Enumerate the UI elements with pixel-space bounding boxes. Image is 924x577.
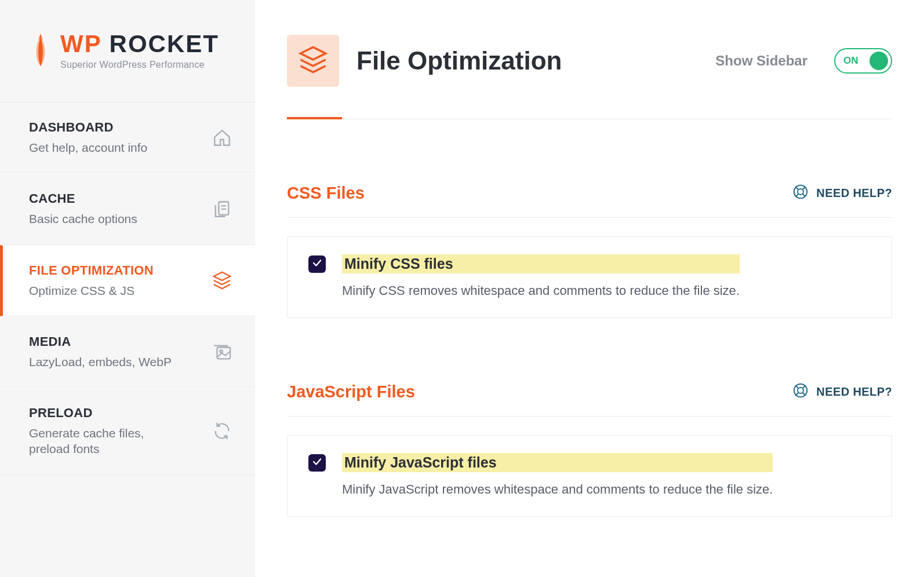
svg-line-18	[803, 393, 806, 396]
section-header: JavaScript Files NEED HELP?	[287, 382, 892, 417]
svg-line-16	[803, 385, 806, 388]
option-title: Minify CSS files	[342, 254, 740, 273]
sidebar-item-subtitle: Get help, account info	[29, 140, 147, 155]
sidebar-item-title: FILE OPTIMIZATION	[29, 263, 154, 278]
svg-marker-6	[300, 47, 325, 60]
active-tab-underline	[287, 117, 342, 119]
main-content: File Optimization Show Sidebar ON CSS Fi…	[255, 0, 924, 577]
refresh-icon	[212, 421, 232, 441]
sidebar-item-subtitle: Basic cache options	[29, 211, 137, 227]
layers-icon	[298, 45, 328, 77]
sidebar: WP ROCKET Superior WordPress Performance…	[0, 0, 255, 577]
svg-rect-0	[219, 202, 228, 215]
sidebar-item-cache[interactable]: CACHE Basic cache options	[0, 173, 255, 244]
lifebuoy-icon	[792, 183, 809, 203]
home-icon	[212, 128, 232, 148]
svg-point-8	[798, 189, 803, 195]
svg-line-15	[796, 385, 799, 388]
section-title: CSS Files	[287, 184, 365, 203]
sidebar-item-dashboard[interactable]: DASHBOARD Get help, account info	[0, 102, 255, 173]
svg-line-17	[796, 393, 799, 396]
sidebar-item-title: DASHBOARD	[29, 120, 147, 135]
need-help-label: NEED HELP?	[816, 385, 892, 399]
sidebar-item-file-optimization[interactable]: FILE OPTIMIZATION Optimize CSS & JS	[0, 245, 255, 316]
sidebar-nav: DASHBOARD Get help, account info CACHE B…	[0, 102, 255, 475]
section-js-files: JavaScript Files NEED HELP?	[287, 382, 892, 517]
option-minify-css: Minify CSS files Minify CSS removes whit…	[287, 236, 892, 318]
brand-name: WP ROCKET	[60, 32, 219, 56]
svg-line-10	[803, 187, 806, 189]
tab-indicator-line	[287, 119, 892, 119]
page-icon-box	[287, 35, 339, 87]
rocket-logo-icon	[29, 32, 52, 70]
option-minify-js: Minify JavaScript files Minify JavaScrip…	[287, 435, 892, 517]
layers-icon	[212, 271, 232, 290]
checkbox-minify-css[interactable]	[308, 255, 326, 273]
show-sidebar-label: Show Sidebar	[715, 53, 807, 69]
show-sidebar-toggle[interactable]: ON	[834, 48, 892, 74]
section-title: JavaScript Files	[287, 382, 415, 401]
sidebar-item-title: CACHE	[29, 191, 137, 206]
page-title: File Optimization	[356, 46, 698, 75]
page-header: File Optimization Show Sidebar ON	[287, 35, 892, 119]
toggle-on-label: ON	[843, 55, 858, 67]
need-help-link[interactable]: NEED HELP?	[792, 183, 892, 203]
brand-name-wp: WP	[60, 30, 101, 57]
brand-name-rocket: ROCKET	[101, 30, 219, 57]
need-help-label: NEED HELP?	[816, 187, 892, 200]
need-help-link[interactable]: NEED HELP?	[792, 382, 892, 402]
images-icon	[212, 342, 232, 362]
brand-tagline: Superior WordPress Performance	[60, 60, 219, 70]
sidebar-item-title: MEDIA	[29, 334, 172, 349]
svg-line-12	[803, 194, 806, 197]
svg-point-14	[798, 388, 803, 393]
section-header: CSS Files NEED HELP?	[287, 183, 892, 218]
svg-line-11	[796, 194, 799, 197]
toggle-knob	[870, 52, 888, 70]
svg-marker-3	[214, 272, 230, 280]
section-css-files: CSS Files NEED HELP?	[287, 183, 892, 318]
checkbox-minify-js[interactable]	[308, 454, 326, 472]
copy-icon	[212, 199, 232, 219]
sidebar-item-media[interactable]: MEDIA LazyLoad, embeds, WebP	[0, 316, 255, 388]
lifebuoy-icon	[792, 382, 809, 402]
sidebar-item-preload[interactable]: PRELOAD Generate cache files, preload fo…	[0, 388, 255, 475]
option-description: Minify JavaScript removes whitespace and…	[342, 480, 773, 499]
check-icon	[312, 258, 322, 271]
check-icon	[312, 457, 322, 469]
sidebar-item-subtitle: Generate cache files, preload fonts	[29, 425, 185, 457]
svg-line-9	[796, 187, 799, 189]
brand-logo: WP ROCKET Superior WordPress Performance	[0, 0, 255, 102]
option-title: Minify JavaScript files	[342, 453, 773, 472]
sidebar-item-title: PRELOAD	[29, 406, 185, 421]
sidebar-item-subtitle: Optimize CSS & JS	[29, 283, 154, 298]
option-description: Minify CSS removes whitespace and commen…	[342, 282, 740, 300]
sidebar-item-subtitle: LazyLoad, embeds, WebP	[29, 354, 172, 370]
